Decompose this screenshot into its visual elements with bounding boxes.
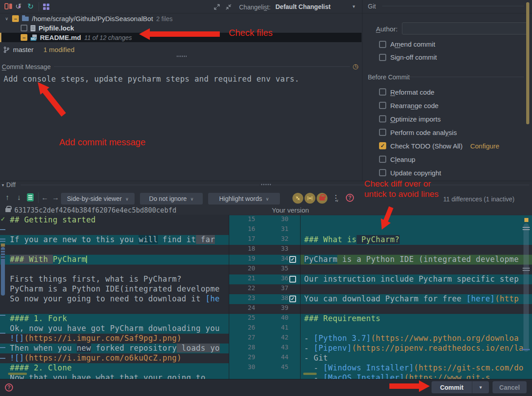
disable-editing-toggle[interactable]: [317, 193, 327, 204]
diff-section-header[interactable]: ▾ Diff: [2, 181, 16, 188]
branch-icon: [4, 46, 9, 53]
rollback-icon[interactable]: ↺: [15, 2, 22, 11]
tree-row-pipfile[interactable]: Pipfile.lock: [0, 23, 362, 33]
diff-line-right: - [MacOS Installer](https://www.git-s: [301, 373, 532, 379]
commit-options-icon[interactable]: ▾: [472, 385, 489, 390]
checkbox-label: Reformat code: [390, 88, 434, 96]
chevron-down-icon[interactable]: ∨: [4, 16, 9, 21]
change-marker: [0, 229, 5, 230]
show-diff-icon[interactable]: [4, 3, 13, 10]
your-version-editor[interactable]: ### What is PyCharm?PyCharm is a Python …: [301, 215, 532, 379]
editor-scrollbar-thumb[interactable]: [523, 223, 529, 352]
previous-difference-icon[interactable]: ↑: [5, 193, 9, 202]
commit-button[interactable]: Commit ▾: [432, 381, 489, 393]
checkbox[interactable]: ✓: [379, 142, 386, 149]
whitespace-dropdown[interactable]: Do not ignore∨: [140, 193, 203, 205]
include-change-checkbox[interactable]: [289, 276, 296, 283]
diff-line-left: ### With PyCharm: [0, 255, 229, 265]
code-segment: [Pipenv]: [314, 344, 352, 352]
message-history-icon[interactable]: ◷: [353, 62, 358, 70]
checkbox[interactable]: [379, 41, 386, 48]
tree-row-root[interactable]: ∨ – /home/scragly/Github/PyDisSeasonalBo…: [0, 14, 362, 23]
help-icon[interactable]: ?: [5, 383, 13, 392]
file-checkbox[interactable]: [21, 25, 27, 31]
base-version-editor[interactable]: ## Getting startedIf you are new to this…: [0, 215, 229, 379]
code-segment: ### Requirements: [304, 314, 380, 323]
line-number: 17: [248, 235, 255, 242]
editor-scrollbar-thumb[interactable]: [1, 247, 5, 296]
file-checkbox[interactable]: –: [21, 34, 27, 41]
author-input[interactable]: [402, 22, 528, 35]
splitter-grip[interactable]: [261, 184, 271, 185]
checkbox[interactable]: [379, 102, 386, 109]
code-segment: (https://i.imgur.com/Saf9pgJ.png): [24, 334, 182, 343]
checkbox-row: Update copyright: [379, 166, 532, 179]
group-by-icon[interactable]: [43, 4, 49, 10]
next-difference-icon[interactable]: ↓: [17, 193, 21, 202]
code-segment: (https://www.git-s: [404, 373, 490, 379]
configure-link[interactable]: Configure: [470, 142, 499, 150]
tree-row-readme[interactable]: – MD README.md 11 of 12 changes: [0, 33, 362, 42]
line-number: 36: [281, 274, 288, 282]
diff-gutter-row: 2439: [229, 304, 300, 314]
help-icon[interactable]: ?: [346, 194, 354, 202]
root-checkbox[interactable]: –: [12, 15, 19, 22]
checkbox[interactable]: [379, 129, 386, 136]
more-options-icon[interactable]: ⋮∨: [332, 193, 340, 203]
checkbox[interactable]: [379, 156, 386, 163]
annotation-check-diff-2: untick to avoid lines: [364, 189, 439, 199]
diff-gutter: 15301631173218331934✓2035213622372338✓24…: [229, 215, 301, 379]
code-segment: - Git: [304, 353, 328, 362]
line-number: 16: [248, 225, 255, 232]
diff-line-right: You can download Pycharm for free [here]…: [301, 294, 532, 304]
diff-line-left: [0, 265, 229, 274]
right-editor-title: Your version: [272, 206, 309, 214]
changelist-dropdown[interactable]: Default Changelist: [275, 3, 331, 10]
change-marker: [523, 270, 530, 271]
collapse-all-icon[interactable]: [225, 4, 232, 10]
code-segment: Now that you have what that your going t…: [10, 373, 205, 379]
checkbox[interactable]: [379, 169, 386, 176]
splitter-grip[interactable]: [177, 56, 187, 57]
change-marker: [0, 347, 5, 348]
line-number: 19: [248, 255, 255, 262]
include-change-checkbox[interactable]: ✓: [289, 256, 296, 263]
changed-files-tree: ∨ – /home/scragly/Github/PyDisSeasonalBo…: [0, 14, 362, 42]
panel-scrollbar[interactable]: [526, 2, 529, 124]
chevron-down-icon[interactable]: ▾: [353, 4, 355, 9]
include-change-checkbox[interactable]: ✓: [289, 296, 296, 302]
highlight-mode-dropdown[interactable]: Highlight words∨: [208, 193, 280, 205]
code-segment: (https://pipenv.readthedocs.io/en/la: [352, 344, 523, 352]
code-segment: Ok, now you have got PyCharm downloading…: [10, 324, 220, 333]
jump-to-source-icon[interactable]: [27, 193, 34, 201]
line-number: 15: [248, 215, 255, 222]
modified-count[interactable]: 1 modified: [44, 46, 74, 53]
change-marker: [1, 255, 5, 256]
code-segment: (http: [495, 294, 519, 303]
diff-gutter-row: 1934✓: [229, 255, 300, 265]
line-number: 41: [281, 324, 288, 331]
next-change-icon[interactable]: →: [52, 194, 59, 202]
viewer-mode-dropdown[interactable]: Side-by-side viewer∨: [61, 193, 135, 205]
diff-line-left: #### 2. Clone: [0, 363, 229, 373]
collapse-icon[interactable]: ▾: [2, 183, 4, 187]
checkbox[interactable]: [379, 115, 386, 122]
checkbox[interactable]: [379, 54, 386, 61]
git-panel-title: Git: [368, 3, 376, 10]
synchronize-scrolling-toggle[interactable]: [305, 193, 315, 204]
branch-name[interactable]: master: [13, 46, 34, 53]
prev-change-icon[interactable]: ←: [41, 194, 48, 202]
search-stripe-marker: [8, 373, 27, 375]
collapse-unchanged-toggle[interactable]: [292, 193, 303, 204]
commit-message-input[interactable]: Add console steps, update pycharm steps …: [4, 74, 299, 83]
cancel-button[interactable]: Cancel: [493, 381, 527, 393]
refresh-icon[interactable]: ↻: [27, 2, 34, 11]
chevron-down-icon: ∨: [190, 196, 193, 201]
diff-line-left: So now your going to need to download it…: [0, 294, 229, 304]
lock-icon: [5, 208, 11, 212]
checkbox-row: Rearrange code: [379, 99, 532, 112]
diff-line-left: [0, 225, 229, 235]
expand-all-icon[interactable]: [214, 4, 220, 10]
code-segment: loads yo: [177, 344, 220, 352]
checkbox[interactable]: [379, 88, 386, 96]
